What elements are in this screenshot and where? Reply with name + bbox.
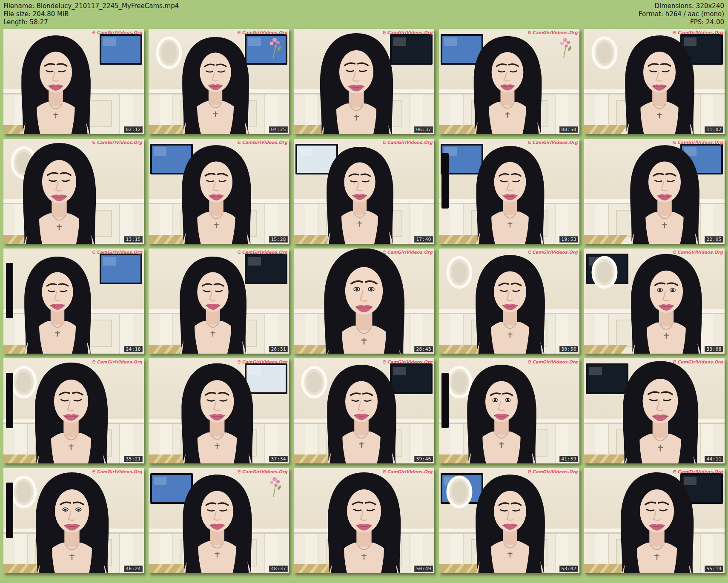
watermark-text: CamGirlVideos.Org xyxy=(242,469,287,474)
timestamp-badge: 33:08 xyxy=(705,346,723,352)
speaker xyxy=(6,373,13,428)
figure xyxy=(467,365,536,463)
video-thumbnail: CamGirlVideos.Org 26:31 xyxy=(149,249,289,354)
tv-right xyxy=(245,254,287,284)
watermark: CamGirlVideos.Org xyxy=(382,30,433,35)
video-thumbnail: CamGirlVideos.Org 30:56 xyxy=(439,249,579,354)
figure xyxy=(35,472,109,573)
figure xyxy=(182,37,249,134)
watermark-text: CamGirlVideos.Org xyxy=(532,140,578,145)
mirror xyxy=(448,257,471,287)
video-thumbnail: CamGirlVideos.Org 06:37 xyxy=(294,29,434,134)
watermark-text: CamGirlVideos.Org xyxy=(387,469,433,474)
watermark: CamGirlVideos.Org xyxy=(92,250,142,254)
watermark: CamGirlVideos.Org xyxy=(92,469,142,474)
speaker xyxy=(441,373,449,428)
dimensions-label: Dimensions: xyxy=(654,2,694,10)
frame-image xyxy=(149,468,289,573)
filename-label: Filename: xyxy=(3,2,34,10)
watermark-logo-icon xyxy=(673,31,676,34)
filename-value: Blondelucy_210117_2245_MyFreeCams.mp4 xyxy=(36,2,179,10)
frame-image xyxy=(3,29,144,134)
watermark-text: CamGirlVideos.Org xyxy=(677,469,723,474)
figure xyxy=(179,257,246,354)
watermark-text: CamGirlVideos.Org xyxy=(677,30,723,35)
timestamp-badge: 44:11 xyxy=(705,456,723,462)
watermark-logo-icon xyxy=(92,360,96,364)
frame-image xyxy=(3,468,144,573)
speaker xyxy=(6,483,13,538)
timestamp-badge: 41:59 xyxy=(559,456,578,462)
video-thumbnail: CamGirlVideos.Org 08:50 xyxy=(439,29,579,134)
filename-line: Filename: Blondelucy_210117_2245_MyFreeC… xyxy=(3,2,179,10)
watermark-logo-icon xyxy=(673,140,676,144)
watermark-logo-icon xyxy=(382,140,386,144)
video-thumbnail: CamGirlVideos.Org 19:53 xyxy=(439,139,579,244)
timestamp-badge: 35:21 xyxy=(124,456,143,462)
timestamp-badge: 26:31 xyxy=(269,346,288,352)
timestamp-badge: 02:12 xyxy=(124,126,143,133)
fps-label: FPS: xyxy=(690,18,704,26)
timestamp-badge: 17:40 xyxy=(414,236,433,243)
frame-image xyxy=(439,468,579,573)
timestamp-badge: 19:53 xyxy=(559,236,578,243)
watermark: CamGirlVideos.Org xyxy=(382,140,433,145)
thumbnail-grid: CamGirlVideos.Org 02:12 xyxy=(0,28,728,573)
figure xyxy=(622,361,698,463)
figure xyxy=(475,474,545,573)
tv-left xyxy=(586,363,628,394)
timestamp-badge: 30:56 xyxy=(559,346,578,352)
figure xyxy=(631,254,702,354)
watermark: CamGirlVideos.Org xyxy=(673,360,723,364)
figure xyxy=(473,36,542,134)
watermark-text: CamGirlVideos.Org xyxy=(387,250,433,254)
watermark-logo-icon xyxy=(673,250,676,254)
figure xyxy=(181,145,251,244)
watermark-text: CamGirlVideos.Org xyxy=(242,360,287,364)
watermark-logo-icon xyxy=(237,470,241,474)
video-thumbnail: CamGirlVideos.Org 11:02 xyxy=(584,29,725,134)
figure xyxy=(326,147,393,244)
watermark-logo-icon xyxy=(527,470,531,474)
watermark-text: CamGirlVideos.Org xyxy=(677,140,723,145)
frame-image xyxy=(584,249,725,354)
video-thumbnail: CamGirlVideos.Org 39:46 xyxy=(294,358,434,463)
watermark: CamGirlVideos.Org xyxy=(527,140,578,145)
length-label: Length: xyxy=(3,18,28,26)
timestamp-badge: 13:15 xyxy=(124,236,143,243)
watermark-logo-icon xyxy=(92,470,96,474)
watermark: CamGirlVideos.Org xyxy=(673,30,723,35)
rug xyxy=(584,564,628,573)
frame-image xyxy=(149,358,289,463)
frame-image xyxy=(3,139,144,244)
watermark: CamGirlVideos.Org xyxy=(382,250,433,254)
watermark: CamGirlVideos.Org xyxy=(527,30,578,35)
filesize-value: 204.80 MiB xyxy=(33,10,69,18)
watermark: CamGirlVideos.Org xyxy=(527,469,578,474)
frame-image xyxy=(439,139,579,244)
watermark-text: CamGirlVideos.Org xyxy=(532,30,578,35)
frame-image xyxy=(584,358,725,463)
video-thumbnail: CamGirlVideos.Org 35:21 xyxy=(3,358,144,463)
figure xyxy=(21,35,91,134)
watermark: CamGirlVideos.Org xyxy=(92,30,142,35)
frame-image xyxy=(294,358,434,463)
frame-image xyxy=(294,139,434,244)
rug xyxy=(584,345,628,354)
mirror xyxy=(593,38,616,68)
filesize-line: File size: 204.80 MiB xyxy=(3,10,179,18)
figure xyxy=(327,472,401,573)
watermark-text: CamGirlVideos.Org xyxy=(677,250,723,254)
video-thumbnail: CamGirlVideos.Org 24:18 xyxy=(3,249,144,354)
timestamp-badge: 55:14 xyxy=(705,566,723,572)
frame-image xyxy=(3,358,144,463)
figure xyxy=(620,472,694,573)
video-thumbnail: CamGirlVideos.Org 22:05 xyxy=(584,139,725,244)
watermark: CamGirlVideos.Org xyxy=(673,250,723,254)
watermark-text: CamGirlVideos.Org xyxy=(97,250,142,254)
watermark-logo-icon xyxy=(527,250,531,254)
timestamp-badge: 08:50 xyxy=(559,126,578,133)
timestamp-badge: 37:34 xyxy=(269,456,288,462)
figure xyxy=(324,249,404,354)
watermark-text: CamGirlVideos.Org xyxy=(387,140,433,145)
